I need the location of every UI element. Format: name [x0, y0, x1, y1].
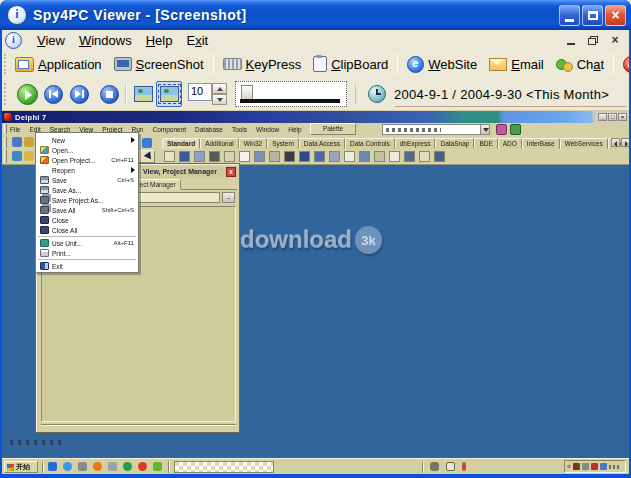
- spin-up-button[interactable]: [212, 83, 227, 94]
- component-icon: [224, 151, 235, 162]
- maximize-button[interactable]: [582, 5, 603, 26]
- component-icon: [269, 151, 280, 162]
- play-button[interactable]: [14, 81, 40, 107]
- component-icon: [419, 151, 430, 162]
- minimize-icon: [565, 19, 574, 22]
- tray-icon: [600, 463, 607, 470]
- quicklaunch-icon: [153, 462, 162, 471]
- first-button[interactable]: [40, 81, 66, 107]
- next-button[interactable]: [66, 81, 92, 107]
- menu-item-label: Print...: [52, 250, 71, 257]
- position-slider[interactable]: [235, 81, 347, 107]
- component-icon: [374, 151, 385, 162]
- quicklaunch-icon: [138, 462, 147, 471]
- start-button: 开始: [4, 461, 38, 473]
- chat-button[interactable]: Chat: [550, 54, 610, 75]
- windows-flag-icon: [7, 464, 14, 471]
- main-toolbar: Application ScreenShot KeyPress ClipBoar…: [2, 50, 629, 79]
- mdi-minimize-button[interactable]: [563, 33, 579, 47]
- toolbar-grip[interactable]: [4, 83, 11, 105]
- delphi-menu-item: Tools: [232, 126, 247, 133]
- exit-button[interactable]: Exit: [617, 53, 631, 76]
- mdi-restore-icon: [588, 36, 598, 45]
- mdi-close-icon: ×: [611, 34, 618, 46]
- mdi-minimize-icon: [567, 43, 575, 45]
- toolbar-separator: [213, 54, 214, 74]
- exit-icon: [623, 56, 631, 73]
- window-title: Spy4PC Viewer - [Screenshot]: [33, 7, 247, 23]
- quicklaunch-icon: [78, 462, 87, 471]
- close-button[interactable]: ×: [605, 5, 626, 26]
- tray-chevron-icon: «: [567, 462, 571, 472]
- delphi-maximize-icon: □: [608, 113, 617, 121]
- minimize-button[interactable]: [559, 5, 580, 26]
- system-tray: «: [564, 460, 626, 473]
- clipboard-button[interactable]: ClipBoard: [307, 53, 394, 75]
- delphi-desktop-combo: [382, 124, 490, 135]
- menu-item-label: Open Project...: [52, 157, 95, 164]
- menu-windows[interactable]: Windows: [72, 31, 139, 50]
- delphi-file-menu: New Open... Open Project...Ctrl+F11 Reop…: [35, 132, 139, 273]
- delphi-menu-item: Component: [152, 126, 186, 133]
- delphi-toolbar-icon: [12, 137, 22, 147]
- screenshot-canvas[interactable]: Delphi 7 _ □ × File Edit Search View Pro…: [2, 110, 629, 474]
- menu-item-label: New: [52, 137, 65, 144]
- component-icon: [359, 151, 370, 162]
- actual-size-button[interactable]: [130, 81, 156, 107]
- menu-help[interactable]: Help: [139, 31, 180, 50]
- captured-screenshot-image: Delphi 7 _ □ × File Edit Search View Pro…: [2, 110, 629, 474]
- watermark-text: download: [240, 226, 352, 254]
- desktop-artifact: [10, 440, 62, 445]
- delphi-minimize-icon: _: [598, 113, 607, 121]
- component-icon: [434, 151, 445, 162]
- skip-forward-icon: [70, 85, 89, 104]
- quicklaunch-icon: [93, 462, 102, 471]
- date-range-label[interactable]: 2004-9-1 / 2004-9-30 <This Month>: [394, 87, 609, 102]
- scroll-right-icon: [621, 138, 629, 147]
- website-button[interactable]: WebSite: [401, 53, 483, 76]
- keypress-button[interactable]: KeyPress: [217, 54, 308, 75]
- email-button[interactable]: Email: [483, 54, 550, 75]
- menu-exit[interactable]: Exit: [179, 31, 215, 50]
- pane-close-icon: x: [226, 167, 236, 177]
- menu-shortcut: Shift+Ctrl+S: [102, 207, 134, 213]
- palette-tab: Data Controls: [345, 138, 395, 149]
- application-button[interactable]: Application: [9, 54, 108, 75]
- combo-arrow-icon: [480, 125, 489, 134]
- menu-item-label: Reopen: [52, 167, 75, 174]
- menu-view[interactable]: View: [30, 31, 72, 50]
- mdi-restore-button[interactable]: [585, 33, 601, 47]
- toolbar-grip[interactable]: [4, 54, 6, 74]
- slider-thumb[interactable]: [241, 85, 253, 100]
- menu-item-label: Save All: [52, 207, 76, 214]
- clipboard-icon: [313, 56, 327, 72]
- quicklaunch-icon: [123, 462, 132, 471]
- spin-down-button[interactable]: [212, 94, 227, 105]
- menu-item-label: Close: [52, 217, 69, 224]
- palette-tab: System: [267, 138, 299, 149]
- mdi-close-button[interactable]: ×: [607, 33, 623, 47]
- screenshot-button[interactable]: ScreenShot: [108, 54, 210, 75]
- exit-door-icon: [40, 262, 49, 270]
- fit-to-window-icon: [160, 86, 179, 102]
- save-all-icon: [40, 206, 49, 214]
- stop-icon: [100, 85, 119, 104]
- toolbar-grip: [4, 137, 7, 148]
- interval-value-field[interactable]: 10: [188, 83, 212, 101]
- task-button: [174, 461, 274, 473]
- tray-icon: [573, 463, 580, 470]
- delphi-titlebar: Delphi 7 _ □ ×: [2, 111, 629, 123]
- delphi-app-icon: [4, 113, 12, 121]
- component-icon: [389, 151, 400, 162]
- taskbar-separator: [42, 461, 43, 473]
- stop-button[interactable]: [96, 81, 122, 107]
- fit-to-window-button[interactable]: [156, 81, 182, 107]
- palette-tab: WebServices: [560, 138, 608, 149]
- watermark-badge: 3k: [355, 227, 382, 254]
- quicklaunch-icon: [48, 462, 57, 471]
- toolbar-separator: [355, 84, 357, 104]
- titlebar[interactable]: i Spy4PC Viewer - [Screenshot] ×: [0, 0, 631, 30]
- start-label: 开始: [16, 462, 30, 472]
- component-icon: [194, 151, 205, 162]
- open-project-icon: [40, 156, 49, 164]
